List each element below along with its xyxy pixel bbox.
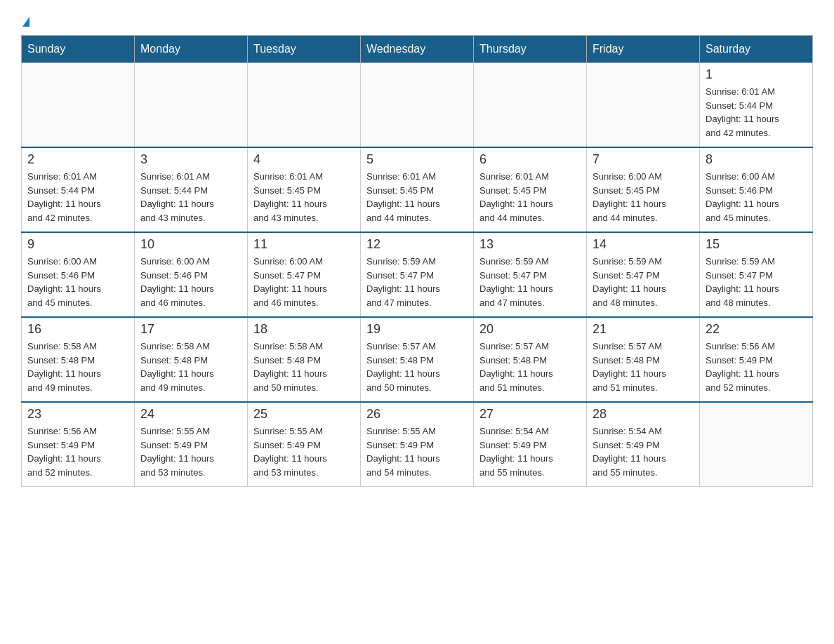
day-number: 6 (479, 152, 581, 167)
day-number: 16 (27, 322, 128, 337)
day-info: Sunrise: 5:55 AMSunset: 5:49 PMDaylight:… (366, 424, 468, 479)
day-number: 22 (706, 322, 807, 337)
day-number: 25 (253, 407, 355, 422)
calendar-cell: 6Sunrise: 6:01 AMSunset: 5:45 PMDaylight… (474, 147, 587, 232)
calendar-cell: 26Sunrise: 5:55 AMSunset: 5:49 PMDayligh… (361, 402, 474, 487)
calendar-cell: 25Sunrise: 5:55 AMSunset: 5:49 PMDayligh… (248, 402, 361, 487)
day-number: 14 (593, 237, 694, 252)
day-info: Sunrise: 5:59 AMSunset: 5:47 PMDaylight:… (593, 255, 694, 309)
day-info: Sunrise: 5:55 AMSunset: 5:49 PMDaylight:… (253, 424, 355, 479)
calendar-week-row: 9Sunrise: 6:00 AMSunset: 5:46 PMDaylight… (22, 232, 813, 317)
calendar-week-row: 1Sunrise: 6:01 AMSunset: 5:44 PMDaylight… (22, 63, 813, 148)
calendar-cell: 11Sunrise: 6:00 AMSunset: 5:47 PMDayligh… (248, 232, 361, 317)
day-number: 1 (706, 67, 807, 82)
calendar-cell: 15Sunrise: 5:59 AMSunset: 5:47 PMDayligh… (700, 232, 813, 317)
day-number: 24 (140, 407, 241, 422)
day-number: 2 (27, 152, 128, 167)
calendar-cell: 13Sunrise: 5:59 AMSunset: 5:47 PMDayligh… (474, 232, 587, 317)
day-info: Sunrise: 5:59 AMSunset: 5:47 PMDaylight:… (706, 255, 807, 309)
day-number: 7 (593, 152, 694, 167)
calendar-cell: 19Sunrise: 5:57 AMSunset: 5:48 PMDayligh… (361, 317, 474, 402)
day-info: Sunrise: 6:01 AMSunset: 5:44 PMDaylight:… (27, 170, 128, 224)
col-header-monday: Monday (135, 36, 248, 63)
day-info: Sunrise: 5:59 AMSunset: 5:47 PMDaylight:… (479, 255, 581, 309)
day-info: Sunrise: 6:01 AMSunset: 5:44 PMDaylight:… (140, 170, 241, 224)
calendar-cell: 27Sunrise: 5:54 AMSunset: 5:49 PMDayligh… (474, 402, 587, 487)
day-number: 20 (479, 322, 581, 337)
day-number: 9 (27, 237, 128, 252)
day-number: 5 (366, 152, 468, 167)
day-info: Sunrise: 5:59 AMSunset: 5:47 PMDaylight:… (366, 255, 468, 309)
day-number: 4 (253, 152, 355, 167)
calendar-cell (361, 63, 474, 148)
calendar-cell: 22Sunrise: 5:56 AMSunset: 5:49 PMDayligh… (700, 317, 813, 402)
day-info: Sunrise: 6:01 AMSunset: 5:45 PMDaylight:… (479, 170, 581, 224)
day-number: 8 (706, 152, 807, 167)
day-info: Sunrise: 5:58 AMSunset: 5:48 PMDaylight:… (27, 340, 128, 394)
day-info: Sunrise: 5:54 AMSunset: 5:49 PMDaylight:… (593, 424, 694, 479)
day-number: 3 (140, 152, 241, 167)
calendar-cell: 2Sunrise: 6:01 AMSunset: 5:44 PMDaylight… (22, 147, 135, 232)
day-info: Sunrise: 6:00 AMSunset: 5:47 PMDaylight:… (253, 255, 355, 309)
day-number: 13 (479, 237, 581, 252)
calendar-week-row: 23Sunrise: 5:56 AMSunset: 5:49 PMDayligh… (22, 402, 813, 487)
day-number: 10 (140, 237, 241, 252)
calendar-header-row: SundayMondayTuesdayWednesdayThursdayFrid… (22, 36, 813, 63)
day-info: Sunrise: 5:58 AMSunset: 5:48 PMDaylight:… (253, 340, 355, 394)
day-number: 28 (593, 407, 694, 422)
col-header-saturday: Saturday (700, 36, 813, 63)
calendar-cell (587, 63, 700, 148)
day-info: Sunrise: 5:58 AMSunset: 5:48 PMDaylight:… (140, 340, 241, 394)
calendar-cell: 16Sunrise: 5:58 AMSunset: 5:48 PMDayligh… (22, 317, 135, 402)
calendar-cell: 3Sunrise: 6:01 AMSunset: 5:44 PMDaylight… (135, 147, 248, 232)
day-number: 23 (27, 407, 128, 422)
calendar-week-row: 16Sunrise: 5:58 AMSunset: 5:48 PMDayligh… (22, 317, 813, 402)
day-info: Sunrise: 5:55 AMSunset: 5:49 PMDaylight:… (140, 424, 241, 479)
day-info: Sunrise: 5:56 AMSunset: 5:49 PMDaylight:… (27, 424, 128, 479)
day-info: Sunrise: 5:57 AMSunset: 5:48 PMDaylight:… (366, 340, 468, 394)
calendar-cell: 23Sunrise: 5:56 AMSunset: 5:49 PMDayligh… (22, 402, 135, 487)
day-number: 11 (253, 237, 355, 252)
calendar-cell: 28Sunrise: 5:54 AMSunset: 5:49 PMDayligh… (587, 402, 700, 487)
day-number: 27 (479, 407, 581, 422)
day-number: 17 (140, 322, 241, 337)
calendar-cell: 5Sunrise: 6:01 AMSunset: 5:45 PMDaylight… (361, 147, 474, 232)
calendar-cell (135, 63, 248, 148)
calendar-cell: 12Sunrise: 5:59 AMSunset: 5:47 PMDayligh… (361, 232, 474, 317)
day-number: 19 (366, 322, 468, 337)
calendar-cell (700, 402, 813, 487)
day-number: 21 (593, 322, 694, 337)
calendar-cell: 7Sunrise: 6:00 AMSunset: 5:45 PMDaylight… (587, 147, 700, 232)
day-info: Sunrise: 6:00 AMSunset: 5:46 PMDaylight:… (27, 255, 128, 309)
day-info: Sunrise: 6:00 AMSunset: 5:45 PMDaylight:… (593, 170, 694, 224)
calendar-table: SundayMondayTuesdayWednesdayThursdayFrid… (21, 35, 813, 487)
calendar-cell: 20Sunrise: 5:57 AMSunset: 5:48 PMDayligh… (474, 317, 587, 402)
day-number: 18 (253, 322, 355, 337)
day-info: Sunrise: 5:56 AMSunset: 5:49 PMDaylight:… (706, 340, 807, 394)
day-info: Sunrise: 5:54 AMSunset: 5:49 PMDaylight:… (479, 424, 581, 479)
day-info: Sunrise: 6:01 AMSunset: 5:44 PMDaylight:… (706, 85, 807, 140)
calendar-cell: 1Sunrise: 6:01 AMSunset: 5:44 PMDaylight… (700, 63, 813, 148)
day-info: Sunrise: 5:57 AMSunset: 5:48 PMDaylight:… (479, 340, 581, 394)
calendar-cell: 17Sunrise: 5:58 AMSunset: 5:48 PMDayligh… (135, 317, 248, 402)
calendar-cell: 4Sunrise: 6:01 AMSunset: 5:45 PMDaylight… (248, 147, 361, 232)
calendar-cell (22, 63, 135, 148)
col-header-sunday: Sunday (22, 36, 135, 63)
col-header-thursday: Thursday (474, 36, 587, 63)
logo (21, 20, 29, 29)
logo-triangle-icon (22, 17, 29, 27)
page-header (21, 14, 813, 29)
calendar-cell: 24Sunrise: 5:55 AMSunset: 5:49 PMDayligh… (135, 402, 248, 487)
day-info: Sunrise: 6:01 AMSunset: 5:45 PMDaylight:… (253, 170, 355, 224)
calendar-week-row: 2Sunrise: 6:01 AMSunset: 5:44 PMDaylight… (22, 147, 813, 232)
day-info: Sunrise: 6:01 AMSunset: 5:45 PMDaylight:… (366, 170, 468, 224)
day-info: Sunrise: 5:57 AMSunset: 5:48 PMDaylight:… (593, 340, 694, 394)
col-header-tuesday: Tuesday (248, 36, 361, 63)
calendar-cell: 8Sunrise: 6:00 AMSunset: 5:46 PMDaylight… (700, 147, 813, 232)
calendar-cell: 9Sunrise: 6:00 AMSunset: 5:46 PMDaylight… (22, 232, 135, 317)
col-header-friday: Friday (587, 36, 700, 63)
day-number: 15 (706, 237, 807, 252)
calendar-cell: 14Sunrise: 5:59 AMSunset: 5:47 PMDayligh… (587, 232, 700, 317)
day-number: 12 (366, 237, 468, 252)
calendar-cell: 21Sunrise: 5:57 AMSunset: 5:48 PMDayligh… (587, 317, 700, 402)
